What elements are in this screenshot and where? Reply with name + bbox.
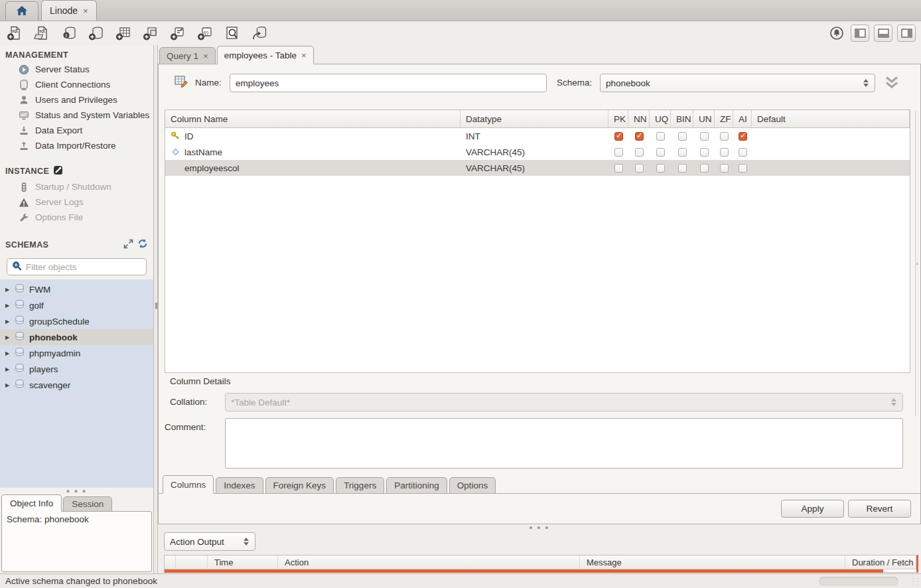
new-function-icon[interactable]: f(): [196, 25, 214, 42]
action-output-selected-row[interactable]: [165, 569, 883, 573]
un-checkbox[interactable]: [700, 132, 709, 141]
uq-checkbox[interactable]: [656, 148, 665, 157]
close-icon[interactable]: ×: [301, 50, 307, 60]
expander-triangle-icon[interactable]: ▶: [5, 303, 12, 309]
schema-item-golf[interactable]: ▶golf: [0, 297, 153, 313]
sidebar-item-users-and-privileges[interactable]: Users and Privileges: [0, 92, 153, 108]
expander-triangle-icon[interactable]: ▶: [5, 382, 12, 388]
ai-checkbox[interactable]: [739, 148, 747, 157]
sidebar-item-server-status[interactable]: Server Status: [0, 62, 153, 77]
subtab-options[interactable]: Options: [449, 477, 496, 494]
bin-checkbox[interactable]: [678, 148, 687, 157]
schema-combo[interactable]: phonebook: [600, 74, 875, 92]
collapse-header-chevron-icon[interactable]: [883, 75, 900, 92]
table-name-field[interactable]: [230, 74, 547, 92]
column-name-cell[interactable]: lastName: [165, 144, 460, 160]
home-tab[interactable]: [5, 1, 38, 21]
bin-checkbox[interactable]: [678, 164, 687, 173]
tab-session[interactable]: Session: [63, 496, 112, 512]
pk-checkbox[interactable]: [614, 164, 623, 173]
output-splitter[interactable]: ● ● ●: [158, 524, 921, 531]
schema-filter-input[interactable]: [26, 262, 143, 272]
refresh-schemas-icon[interactable]: [137, 238, 148, 251]
un-checkbox[interactable]: [700, 164, 709, 173]
apply-button[interactable]: Apply: [781, 500, 844, 518]
expander-triangle-icon[interactable]: ▶: [5, 287, 12, 293]
expander-triangle-icon[interactable]: ▶: [5, 334, 12, 340]
default-cell[interactable]: [752, 128, 910, 144]
column-row-id[interactable]: IDINT: [165, 128, 910, 144]
connection-tab[interactable]: Linode ×: [41, 0, 97, 21]
zf-checkbox[interactable]: [720, 164, 729, 173]
close-icon[interactable]: ×: [203, 51, 208, 61]
subtab-columns[interactable]: Columns: [163, 475, 214, 494]
ai-checkbox[interactable]: [739, 132, 747, 141]
expander-triangle-icon[interactable]: ▶: [5, 366, 12, 372]
datatype-cell[interactable]: VARCHAR(45): [460, 144, 608, 160]
editor-tab-query-1[interactable]: Query 1×: [159, 47, 216, 64]
schema-item-phonebook[interactable]: ▶phonebook: [0, 329, 153, 345]
subtab-foreign-keys[interactable]: Foreign Keys: [265, 477, 334, 494]
default-cell[interactable]: [752, 144, 910, 160]
grid-scrollbar[interactable]: ≡: [915, 111, 919, 416]
sidebar-main-splitter[interactable]: ●●●: [153, 45, 158, 573]
tab-object-info[interactable]: Object Info: [1, 494, 62, 512]
expand-schemas-icon[interactable]: [123, 239, 133, 251]
sidebar-item-data-export[interactable]: Data Export: [0, 123, 153, 138]
column-row-lastname[interactable]: lastNameVARCHAR(45): [165, 144, 910, 160]
nn-checkbox[interactable]: [635, 148, 644, 157]
new-sql-tab-icon[interactable]: SQL: [5, 25, 24, 42]
revert-button[interactable]: Revert: [848, 500, 911, 518]
instance-config-icon[interactable]: [53, 165, 63, 177]
sidebar-item-data-import-restore[interactable]: Data Import/Restore: [0, 138, 153, 153]
new-procedure-icon[interactable]: [169, 25, 187, 42]
nn-checkbox[interactable]: [635, 132, 644, 141]
schema-item-groupschedule[interactable]: ▶groupSchedule: [0, 313, 153, 329]
resize-grip[interactable]: ∙ ∙∙ ∙∙ ∙: [912, 577, 919, 587]
expander-triangle-icon[interactable]: ▶: [5, 319, 12, 325]
new-schema-icon[interactable]: [87, 25, 106, 42]
subtab-partitioning[interactable]: Partitioning: [386, 477, 447, 494]
pk-checkbox[interactable]: [614, 132, 623, 141]
pk-checkbox[interactable]: [614, 148, 623, 157]
uq-checkbox[interactable]: [656, 164, 665, 173]
schema-item-players[interactable]: ▶players: [0, 361, 153, 377]
schema-item-scavenger[interactable]: ▶scavenger: [0, 377, 153, 393]
un-checkbox[interactable]: [700, 148, 709, 157]
zf-checkbox[interactable]: [720, 132, 729, 141]
column-name-cell[interactable]: ID: [165, 128, 460, 144]
toggle-left-panel-icon[interactable]: [851, 25, 869, 42]
comment-field[interactable]: [225, 418, 903, 469]
db-sync-icon[interactable]: [250, 25, 269, 42]
output-selector-combo[interactable]: Action Output: [164, 532, 255, 551]
close-icon[interactable]: ×: [83, 6, 88, 16]
new-view-icon[interactable]: [141, 25, 160, 42]
open-sql-file-icon[interactable]: SQL: [33, 25, 51, 42]
column-name-cell[interactable]: employeescol: [165, 160, 460, 176]
sidebar-item-client-connections[interactable]: Client Connections: [0, 77, 153, 92]
column-row-employeescol[interactable]: employeescolVARCHAR(45): [165, 160, 910, 176]
search-objects-icon[interactable]: [223, 25, 242, 42]
default-cell[interactable]: [752, 160, 910, 176]
sidebar-item-status-and-system-variables[interactable]: Status and System Variables: [0, 108, 153, 123]
datatype-cell[interactable]: INT: [460, 128, 608, 144]
toggle-bottom-panel-icon[interactable]: [874, 25, 892, 42]
schema-filter[interactable]: [7, 258, 147, 275]
datatype-cell[interactable]: VARCHAR(45): [460, 160, 608, 176]
db-info-icon[interactable]: i: [60, 25, 78, 42]
output-selector-spinner[interactable]: [242, 538, 249, 546]
schema-combo-spinner[interactable]: [862, 79, 869, 87]
expander-triangle-icon[interactable]: ▶: [5, 350, 12, 356]
ai-checkbox[interactable]: [739, 164, 747, 173]
sidebar-splitter[interactable]: ● ● ●: [0, 488, 153, 494]
notification-icon[interactable]: [827, 25, 846, 42]
subtab-triggers[interactable]: Triggers: [336, 477, 384, 494]
table-name-input[interactable]: [230, 74, 546, 92]
nn-checkbox[interactable]: [635, 164, 644, 173]
bin-checkbox[interactable]: [678, 132, 687, 141]
editor-tab-employees-table[interactable]: employees - Table×: [217, 46, 314, 64]
new-table-icon[interactable]: [114, 25, 133, 42]
schema-item-phpmyadmin[interactable]: ▶phpmyadmin: [0, 345, 153, 361]
uq-checkbox[interactable]: [656, 132, 665, 141]
toggle-right-panel-icon[interactable]: [897, 25, 916, 42]
